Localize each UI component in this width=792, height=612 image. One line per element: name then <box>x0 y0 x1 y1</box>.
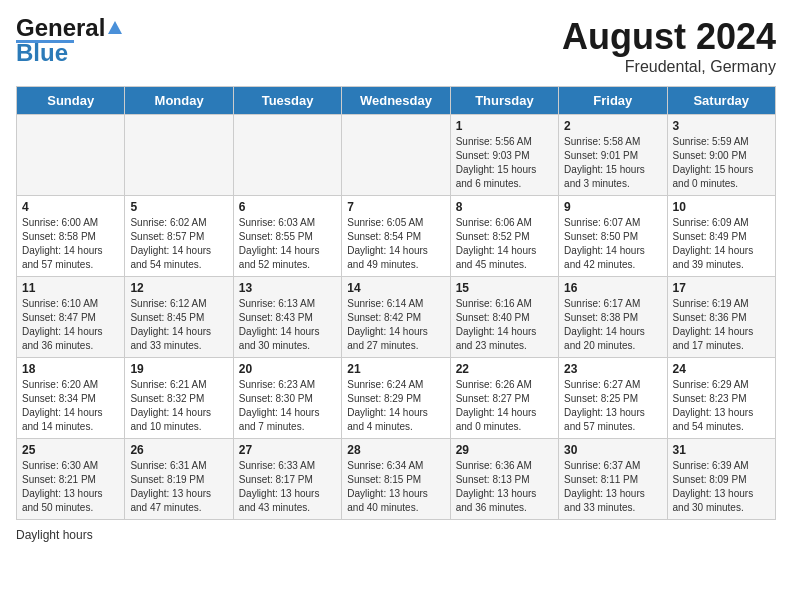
day-number: 19 <box>130 362 227 376</box>
day-number: 2 <box>564 119 661 133</box>
day-number: 16 <box>564 281 661 295</box>
day-number: 20 <box>239 362 336 376</box>
day-info: Sunrise: 5:59 AM Sunset: 9:00 PM Dayligh… <box>673 135 770 191</box>
week-row-3: 11Sunrise: 6:10 AM Sunset: 8:47 PM Dayli… <box>17 277 776 358</box>
day-info: Sunrise: 6:29 AM Sunset: 8:23 PM Dayligh… <box>673 378 770 434</box>
day-info: Sunrise: 6:31 AM Sunset: 8:19 PM Dayligh… <box>130 459 227 515</box>
calendar-cell: 9Sunrise: 6:07 AM Sunset: 8:50 PM Daylig… <box>559 196 667 277</box>
calendar-cell: 11Sunrise: 6:10 AM Sunset: 8:47 PM Dayli… <box>17 277 125 358</box>
calendar-cell: 27Sunrise: 6:33 AM Sunset: 8:17 PM Dayli… <box>233 439 341 520</box>
day-number: 27 <box>239 443 336 457</box>
day-info: Sunrise: 6:24 AM Sunset: 8:29 PM Dayligh… <box>347 378 444 434</box>
calendar-cell: 13Sunrise: 6:13 AM Sunset: 8:43 PM Dayli… <box>233 277 341 358</box>
day-number: 23 <box>564 362 661 376</box>
calendar-cell <box>125 115 233 196</box>
logo-arrow-icon <box>108 21 122 34</box>
calendar-cell: 21Sunrise: 6:24 AM Sunset: 8:29 PM Dayli… <box>342 358 450 439</box>
calendar-cell: 22Sunrise: 6:26 AM Sunset: 8:27 PM Dayli… <box>450 358 558 439</box>
day-info: Sunrise: 6:10 AM Sunset: 8:47 PM Dayligh… <box>22 297 119 353</box>
page-header: General Blue August 2024 Freudental, Ger… <box>16 16 776 76</box>
day-number: 8 <box>456 200 553 214</box>
day-number: 4 <box>22 200 119 214</box>
day-info: Sunrise: 6:21 AM Sunset: 8:32 PM Dayligh… <box>130 378 227 434</box>
day-number: 12 <box>130 281 227 295</box>
day-info: Sunrise: 6:37 AM Sunset: 8:11 PM Dayligh… <box>564 459 661 515</box>
logo: General Blue <box>16 16 122 67</box>
day-number: 1 <box>456 119 553 133</box>
week-row-5: 25Sunrise: 6:30 AM Sunset: 8:21 PM Dayli… <box>17 439 776 520</box>
week-row-2: 4Sunrise: 6:00 AM Sunset: 8:58 PM Daylig… <box>17 196 776 277</box>
calendar-cell: 17Sunrise: 6:19 AM Sunset: 8:36 PM Dayli… <box>667 277 775 358</box>
day-info: Sunrise: 6:33 AM Sunset: 8:17 PM Dayligh… <box>239 459 336 515</box>
day-number: 22 <box>456 362 553 376</box>
calendar-cell: 31Sunrise: 6:39 AM Sunset: 8:09 PM Dayli… <box>667 439 775 520</box>
calendar-table: SundayMondayTuesdayWednesdayThursdayFrid… <box>16 86 776 520</box>
calendar-cell <box>17 115 125 196</box>
logo-general: General <box>16 16 105 40</box>
day-number: 18 <box>22 362 119 376</box>
calendar-cell: 6Sunrise: 6:03 AM Sunset: 8:55 PM Daylig… <box>233 196 341 277</box>
day-info: Sunrise: 6:30 AM Sunset: 8:21 PM Dayligh… <box>22 459 119 515</box>
calendar-cell: 29Sunrise: 6:36 AM Sunset: 8:13 PM Dayli… <box>450 439 558 520</box>
calendar-cell: 23Sunrise: 6:27 AM Sunset: 8:25 PM Dayli… <box>559 358 667 439</box>
day-number: 3 <box>673 119 770 133</box>
day-info: Sunrise: 5:56 AM Sunset: 9:03 PM Dayligh… <box>456 135 553 191</box>
day-number: 25 <box>22 443 119 457</box>
calendar-cell: 28Sunrise: 6:34 AM Sunset: 8:15 PM Dayli… <box>342 439 450 520</box>
day-info: Sunrise: 6:00 AM Sunset: 8:58 PM Dayligh… <box>22 216 119 272</box>
day-info: Sunrise: 6:23 AM Sunset: 8:30 PM Dayligh… <box>239 378 336 434</box>
day-number: 17 <box>673 281 770 295</box>
page-title: August 2024 <box>562 16 776 58</box>
week-row-4: 18Sunrise: 6:20 AM Sunset: 8:34 PM Dayli… <box>17 358 776 439</box>
calendar-cell: 2Sunrise: 5:58 AM Sunset: 9:01 PM Daylig… <box>559 115 667 196</box>
day-info: Sunrise: 6:27 AM Sunset: 8:25 PM Dayligh… <box>564 378 661 434</box>
day-info: Sunrise: 6:13 AM Sunset: 8:43 PM Dayligh… <box>239 297 336 353</box>
day-info: Sunrise: 6:02 AM Sunset: 8:57 PM Dayligh… <box>130 216 227 272</box>
day-number: 26 <box>130 443 227 457</box>
day-info: Sunrise: 6:05 AM Sunset: 8:54 PM Dayligh… <box>347 216 444 272</box>
day-number: 13 <box>239 281 336 295</box>
day-header-tuesday: Tuesday <box>233 87 341 115</box>
calendar-cell: 26Sunrise: 6:31 AM Sunset: 8:19 PM Dayli… <box>125 439 233 520</box>
day-number: 7 <box>347 200 444 214</box>
footer: Daylight hours <box>16 528 776 542</box>
calendar-cell: 18Sunrise: 6:20 AM Sunset: 8:34 PM Dayli… <box>17 358 125 439</box>
day-number: 28 <box>347 443 444 457</box>
day-header-sunday: Sunday <box>17 87 125 115</box>
day-number: 30 <box>564 443 661 457</box>
day-header-thursday: Thursday <box>450 87 558 115</box>
day-number: 9 <box>564 200 661 214</box>
day-number: 11 <box>22 281 119 295</box>
calendar-cell: 1Sunrise: 5:56 AM Sunset: 9:03 PM Daylig… <box>450 115 558 196</box>
calendar-cell: 3Sunrise: 5:59 AM Sunset: 9:00 PM Daylig… <box>667 115 775 196</box>
logo-blue: Blue <box>16 39 68 67</box>
calendar-cell: 12Sunrise: 6:12 AM Sunset: 8:45 PM Dayli… <box>125 277 233 358</box>
calendar-cell: 10Sunrise: 6:09 AM Sunset: 8:49 PM Dayli… <box>667 196 775 277</box>
day-info: Sunrise: 6:26 AM Sunset: 8:27 PM Dayligh… <box>456 378 553 434</box>
day-number: 10 <box>673 200 770 214</box>
day-info: Sunrise: 6:19 AM Sunset: 8:36 PM Dayligh… <box>673 297 770 353</box>
calendar-cell: 30Sunrise: 6:37 AM Sunset: 8:11 PM Dayli… <box>559 439 667 520</box>
day-info: Sunrise: 6:06 AM Sunset: 8:52 PM Dayligh… <box>456 216 553 272</box>
day-info: Sunrise: 6:03 AM Sunset: 8:55 PM Dayligh… <box>239 216 336 272</box>
day-info: Sunrise: 6:12 AM Sunset: 8:45 PM Dayligh… <box>130 297 227 353</box>
calendar-cell: 14Sunrise: 6:14 AM Sunset: 8:42 PM Dayli… <box>342 277 450 358</box>
day-info: Sunrise: 6:14 AM Sunset: 8:42 PM Dayligh… <box>347 297 444 353</box>
footer-text: Daylight hours <box>16 528 93 542</box>
day-info: Sunrise: 6:36 AM Sunset: 8:13 PM Dayligh… <box>456 459 553 515</box>
day-info: Sunrise: 6:07 AM Sunset: 8:50 PM Dayligh… <box>564 216 661 272</box>
day-info: Sunrise: 6:09 AM Sunset: 8:49 PM Dayligh… <box>673 216 770 272</box>
calendar-cell: 24Sunrise: 6:29 AM Sunset: 8:23 PM Dayli… <box>667 358 775 439</box>
calendar-cell: 4Sunrise: 6:00 AM Sunset: 8:58 PM Daylig… <box>17 196 125 277</box>
calendar-cell: 20Sunrise: 6:23 AM Sunset: 8:30 PM Dayli… <box>233 358 341 439</box>
day-number: 15 <box>456 281 553 295</box>
day-number: 24 <box>673 362 770 376</box>
day-header-friday: Friday <box>559 87 667 115</box>
day-info: Sunrise: 5:58 AM Sunset: 9:01 PM Dayligh… <box>564 135 661 191</box>
calendar-cell <box>233 115 341 196</box>
day-info: Sunrise: 6:16 AM Sunset: 8:40 PM Dayligh… <box>456 297 553 353</box>
calendar-cell: 16Sunrise: 6:17 AM Sunset: 8:38 PM Dayli… <box>559 277 667 358</box>
day-number: 21 <box>347 362 444 376</box>
day-info: Sunrise: 6:20 AM Sunset: 8:34 PM Dayligh… <box>22 378 119 434</box>
day-number: 14 <box>347 281 444 295</box>
